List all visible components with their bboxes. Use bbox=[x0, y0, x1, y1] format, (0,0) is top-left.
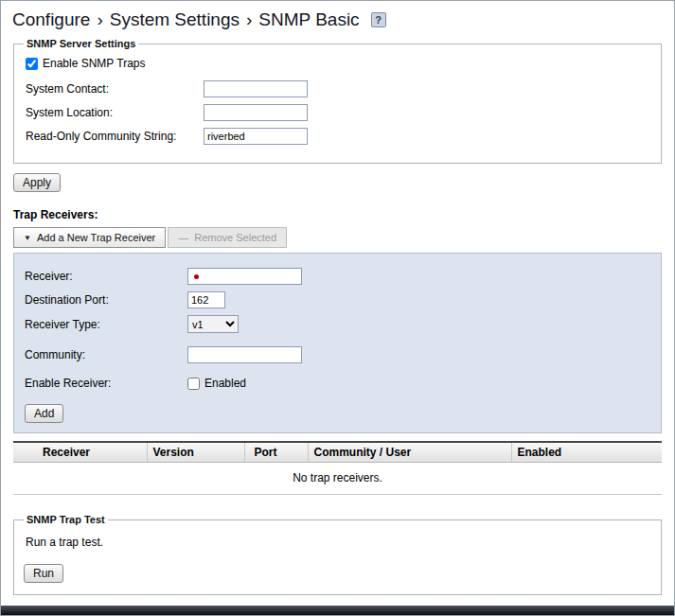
snmp-trap-test-legend: SNMP Trap Test bbox=[24, 514, 108, 525]
receiver-type-select[interactable]: v1 bbox=[187, 315, 239, 333]
breadcrumb-system-settings: System Settings bbox=[110, 9, 240, 30]
breadcrumb-configure: Configure bbox=[12, 9, 90, 30]
trap-test-description: Run a trap test. bbox=[26, 536, 649, 549]
community-row: Community: bbox=[25, 346, 650, 363]
enable-snmp-traps-checkbox[interactable] bbox=[26, 58, 38, 70]
snmp-server-settings-section: SNMP Server Settings Enable SNMP Traps S… bbox=[13, 38, 662, 164]
enable-snmp-traps-label[interactable]: Enable SNMP Traps bbox=[43, 57, 146, 70]
system-contact-label: System Contact: bbox=[26, 82, 204, 96]
remove-selected-button[interactable]: — Remove Selected bbox=[168, 227, 287, 248]
snmp-basic-page: Configure › System Settings › SNMP Basic… bbox=[0, 0, 675, 616]
enable-receiver-checkbox[interactable] bbox=[187, 378, 200, 390]
help-icon[interactable]: ? bbox=[371, 12, 386, 27]
read-only-community-row: Read-Only Community String: bbox=[26, 128, 649, 145]
footer-bar bbox=[1, 606, 674, 615]
destination-port-label: Destination Port: bbox=[25, 293, 187, 307]
enable-receiver-row: Enable Receiver: Enabled bbox=[25, 377, 650, 390]
add-new-trap-receiver-button[interactable]: ▼ Add a New Trap Receiver bbox=[13, 227, 166, 248]
destination-port-row: Destination Port: bbox=[25, 291, 650, 308]
trap-receivers-table: Receiver Version Port Community / User E… bbox=[13, 441, 662, 495]
breadcrumb-snmp-basic: SNMP Basic bbox=[258, 9, 359, 30]
read-only-community-label: Read-Only Community String: bbox=[26, 130, 204, 143]
empty-table-row: No trap receivers. bbox=[13, 463, 662, 495]
enable-receiver-label: Enable Receiver: bbox=[25, 377, 187, 390]
col-community-user: Community / User bbox=[308, 442, 511, 463]
enable-snmp-traps-row: Enable SNMP Traps bbox=[26, 57, 649, 70]
breadcrumb-separator: › bbox=[97, 9, 102, 30]
receiver-row: Receiver: bbox=[25, 268, 650, 285]
breadcrumb-separator: › bbox=[246, 9, 252, 30]
receiver-input-wrap bbox=[187, 268, 302, 285]
trap-receiver-form-panel: Receiver: Destination Port: Receiver Typ… bbox=[13, 253, 662, 433]
table-header-row: Receiver Version Port Community / User E… bbox=[13, 442, 662, 463]
add-button[interactable]: Add bbox=[25, 404, 63, 423]
destination-port-input[interactable] bbox=[187, 291, 225, 308]
snmp-server-settings-legend: SNMP Server Settings bbox=[24, 38, 138, 49]
remove-selected-label: Remove Selected bbox=[194, 232, 276, 243]
col-receiver: Receiver bbox=[13, 442, 147, 463]
system-location-row: System Location: bbox=[26, 104, 649, 121]
receiver-label: Receiver: bbox=[25, 270, 187, 283]
system-location-label: System Location: bbox=[26, 106, 204, 119]
community-label: Community: bbox=[25, 348, 187, 361]
system-location-input[interactable] bbox=[204, 104, 308, 121]
empty-table-message: No trap receivers. bbox=[13, 463, 662, 495]
required-marker-icon bbox=[194, 274, 199, 279]
trap-receivers-toolbar: ▼ Add a New Trap Receiver — Remove Selec… bbox=[13, 227, 662, 248]
breadcrumb: Configure › System Settings › SNMP Basic… bbox=[1, 1, 674, 38]
receiver-type-row: Receiver Type: v1 bbox=[25, 315, 650, 333]
triangle-down-icon: ▼ bbox=[24, 234, 31, 242]
run-button[interactable]: Run bbox=[24, 564, 63, 583]
community-input[interactable] bbox=[187, 346, 302, 363]
col-enabled: Enabled bbox=[511, 442, 662, 463]
col-version: Version bbox=[147, 442, 244, 463]
trap-receivers-heading: Trap Receivers: bbox=[13, 208, 662, 221]
minus-icon: — bbox=[178, 232, 188, 243]
receiver-type-label: Receiver Type: bbox=[25, 318, 187, 331]
add-new-trap-receiver-label: Add a New Trap Receiver bbox=[37, 232, 155, 243]
apply-button[interactable]: Apply bbox=[13, 173, 61, 192]
read-only-community-input[interactable] bbox=[204, 128, 308, 145]
enabled-checkbox-label[interactable]: Enabled bbox=[204, 377, 246, 390]
system-contact-input[interactable] bbox=[204, 80, 308, 97]
system-contact-row: System Contact: bbox=[26, 80, 649, 97]
snmp-trap-test-section: SNMP Trap Test Run a trap test. Run bbox=[13, 514, 662, 595]
receiver-input[interactable] bbox=[187, 268, 302, 285]
col-port: Port bbox=[244, 442, 308, 463]
